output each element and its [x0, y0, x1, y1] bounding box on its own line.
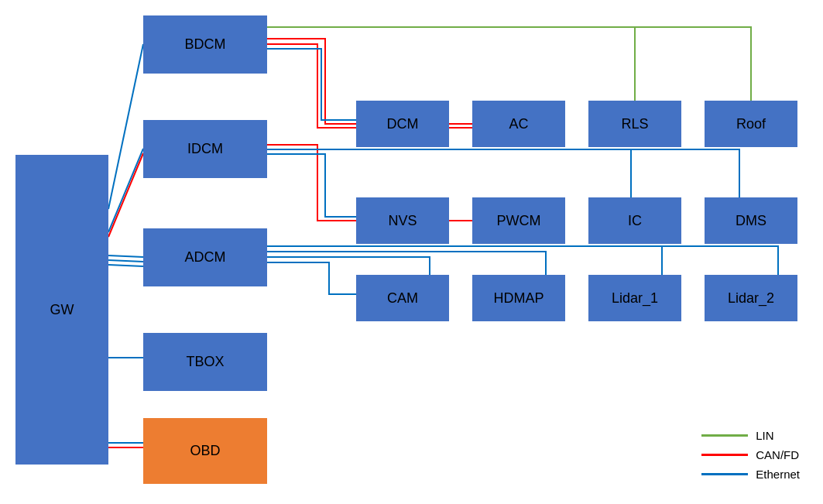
node-ac: AC: [472, 101, 565, 147]
node-rls: RLS: [588, 101, 681, 147]
svg-line-3: [108, 255, 143, 257]
legend-ethernet-line: [701, 473, 748, 475]
legend: LIN CAN/FD Ethernet: [701, 429, 800, 481]
diagram-container: GW BDCM IDCM ADCM TBOX OBD DCM AC RLS Ro…: [0, 0, 823, 504]
legend-lin: LIN: [701, 429, 800, 442]
legend-canfd-line: [701, 454, 748, 456]
node-dms: DMS: [705, 197, 797, 244]
svg-line-4: [108, 260, 143, 262]
node-ic: IC: [588, 197, 681, 244]
node-bdcm: BDCM: [143, 15, 267, 74]
node-lidar2: Lidar_2: [705, 275, 797, 321]
node-lidar1: Lidar_1: [588, 275, 681, 321]
svg-line-5: [108, 265, 143, 266]
legend-ethernet: Ethernet: [701, 468, 800, 481]
node-pwcm: PWCM: [472, 197, 565, 244]
node-dcm: DCM: [356, 101, 449, 147]
node-cam: CAM: [356, 275, 449, 321]
node-hdmap: HDMAP: [472, 275, 565, 321]
legend-lin-line: [701, 434, 748, 437]
node-roof: Roof: [705, 101, 797, 147]
node-adcm: ADCM: [143, 228, 267, 286]
node-gw: GW: [15, 155, 108, 465]
node-obd: OBD: [143, 418, 267, 484]
svg-line-0: [108, 44, 143, 209]
node-idcm: IDCM: [143, 120, 267, 178]
node-tbox: TBOX: [143, 333, 267, 391]
connection-lines: [0, 0, 823, 504]
svg-line-1: [108, 149, 143, 232]
svg-line-2: [108, 153, 143, 237]
legend-canfd: CAN/FD: [701, 448, 800, 461]
node-nvs: NVS: [356, 197, 449, 244]
